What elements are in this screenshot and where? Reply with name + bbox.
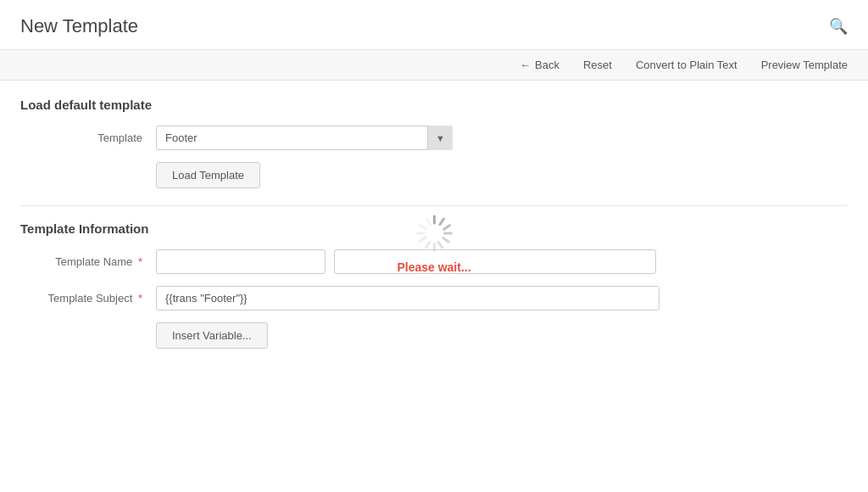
section-divider (20, 205, 848, 206)
required-indicator: * (138, 255, 142, 268)
page-header: New Template 🔍 (0, 0, 868, 49)
back-label: Back (535, 59, 559, 71)
template-name-right-input[interactable] (334, 249, 656, 274)
svg-line-4 (442, 238, 448, 241)
svg-line-8 (420, 238, 426, 242)
template-dropdown[interactable]: Footer (156, 126, 453, 150)
load-default-title: Load default template (20, 98, 848, 112)
svg-line-1 (439, 219, 442, 225)
reset-label: Reset (583, 59, 612, 71)
svg-line-7 (426, 242, 429, 248)
template-select-row: Template Footer ▼ (20, 126, 848, 150)
loading-overlay: Please wait... (397, 213, 470, 274)
svg-line-11 (426, 219, 431, 225)
page-title: New Template (20, 15, 138, 37)
back-arrow-icon: ← (520, 59, 531, 71)
back-button[interactable]: ← Back (520, 59, 559, 71)
insert-variable-button[interactable]: Insert Variable... (156, 322, 268, 349)
template-subject-row: Template Subject * (20, 286, 848, 310)
preview-button[interactable]: Preview Template (761, 59, 848, 71)
svg-line-5 (438, 242, 442, 248)
load-template-row: Load Template (156, 162, 848, 188)
template-subject-label: Template Subject * (20, 292, 156, 305)
convert-label: Convert to Plain Text (636, 59, 737, 71)
search-icon: 🔍 (829, 18, 848, 35)
reset-button[interactable]: Reset (583, 59, 612, 71)
load-default-section: Load default template Template Footer ▼ … (20, 98, 848, 188)
load-template-button[interactable]: Load Template (156, 162, 260, 188)
toolbar: ← Back Reset Convert to Plain Text Previ… (0, 49, 868, 81)
preview-label: Preview Template (761, 59, 848, 71)
template-subject-input[interactable] (156, 286, 659, 310)
required-indicator-subject: * (138, 292, 142, 305)
insert-variable-row: Insert Variable... (156, 322, 848, 349)
svg-line-2 (443, 226, 449, 230)
content-area: Load default template Template Footer ▼ … (0, 81, 868, 366)
template-select-label: Template (20, 131, 156, 144)
template-info-section: Template Information (20, 221, 848, 349)
template-name-input[interactable] (156, 249, 326, 274)
please-wait-text: Please wait... (397, 260, 470, 274)
template-name-label: Template Name * (20, 255, 156, 268)
loading-spinner (414, 213, 454, 254)
svg-line-10 (420, 225, 426, 228)
convert-button[interactable]: Convert to Plain Text (636, 59, 737, 71)
template-select-wrapper: Footer ▼ (156, 126, 453, 150)
search-button[interactable]: 🔍 (829, 17, 848, 36)
